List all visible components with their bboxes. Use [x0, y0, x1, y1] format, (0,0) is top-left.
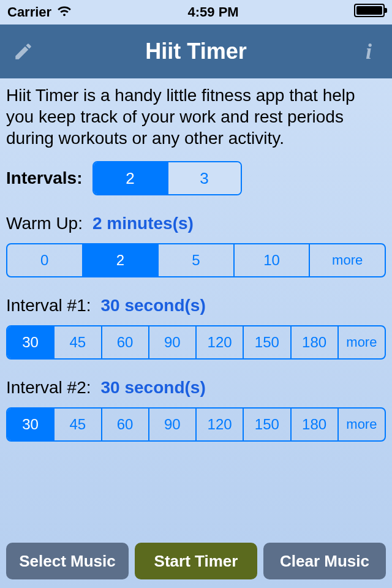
description-text: Hiit Timer is a handy little fitness app… [6, 85, 386, 149]
interval2-section: Interval #2: 30 second(s) 30456090120150… [6, 378, 386, 442]
status-bar: Carrier 4:59 PM [0, 0, 392, 24]
page-title: Hiit Timer [145, 39, 246, 64]
interval1-label: Interval #1: [6, 296, 91, 315]
interval1-option-120[interactable]: 120 [195, 326, 243, 358]
interval1-option-45[interactable]: 45 [53, 326, 100, 358]
interval2-option-45[interactable]: 45 [53, 409, 100, 440]
clear-music-button[interactable]: Clear Music [263, 543, 386, 579]
interval1-segmented: 30456090120150180more [6, 325, 386, 360]
warmup-option-2[interactable]: 2 [82, 244, 158, 276]
warmup-option-10[interactable]: 10 [233, 244, 309, 276]
intervals-option-2[interactable]: 2 [94, 162, 167, 194]
interval1-value: 30 second(s) [101, 296, 206, 315]
warmup-section: Warm Up: 2 minutes(s) 02510more [6, 214, 386, 277]
interval1-option-30[interactable]: 30 [7, 326, 53, 358]
interval2-label: Interval #2: [6, 378, 91, 398]
warmup-value: 2 minutes(s) [92, 214, 194, 233]
intervals-row: Intervals: 23 [6, 161, 386, 195]
interval2-option-90[interactable]: 90 [148, 409, 195, 440]
edit-icon[interactable] [12, 40, 34, 62]
status-left: Carrier [7, 4, 72, 20]
intervals-segmented: 23 [92, 161, 242, 195]
warmup-label: Warm Up: [6, 214, 83, 233]
warmup-option-0[interactable]: 0 [7, 244, 82, 276]
interval1-option-150[interactable]: 150 [243, 326, 290, 358]
interval2-value: 30 second(s) [101, 378, 206, 398]
intervals-label: Intervals: [6, 168, 83, 188]
interval1-option-60[interactable]: 60 [101, 326, 148, 358]
carrier-label: Carrier [7, 4, 51, 20]
battery-icon [354, 4, 385, 21]
interval1-option-180[interactable]: 180 [290, 326, 337, 358]
wifi-icon [56, 4, 72, 20]
interval1-option-more[interactable]: more [337, 326, 385, 358]
warmup-option-5[interactable]: 5 [157, 244, 233, 276]
interval2-option-more[interactable]: more [337, 409, 385, 440]
interval2-segmented: 30456090120150180more [6, 407, 386, 442]
interval2-option-60[interactable]: 60 [101, 409, 148, 440]
interval2-option-120[interactable]: 120 [195, 409, 243, 440]
interval1-section: Interval #1: 30 second(s) 30456090120150… [6, 296, 386, 360]
interval2-option-30[interactable]: 30 [7, 409, 53, 440]
status-time: 4:59 PM [188, 4, 239, 20]
content: Hiit Timer is a handy little fitness app… [0, 78, 392, 442]
intervals-option-3[interactable]: 3 [167, 162, 241, 194]
interval2-option-150[interactable]: 150 [243, 409, 290, 440]
select-music-button[interactable]: Select Music [6, 543, 129, 579]
nav-bar: Hiit Timer i [0, 24, 392, 78]
start-timer-button[interactable]: Start Timer [135, 543, 257, 579]
info-icon[interactable]: i [358, 40, 380, 62]
interval2-option-180[interactable]: 180 [290, 409, 337, 440]
warmup-segmented: 02510more [6, 243, 386, 277]
bottom-bar: Select Music Start Timer Clear Music [6, 543, 386, 579]
interval1-option-90[interactable]: 90 [148, 326, 195, 358]
warmup-option-more[interactable]: more [309, 244, 385, 276]
